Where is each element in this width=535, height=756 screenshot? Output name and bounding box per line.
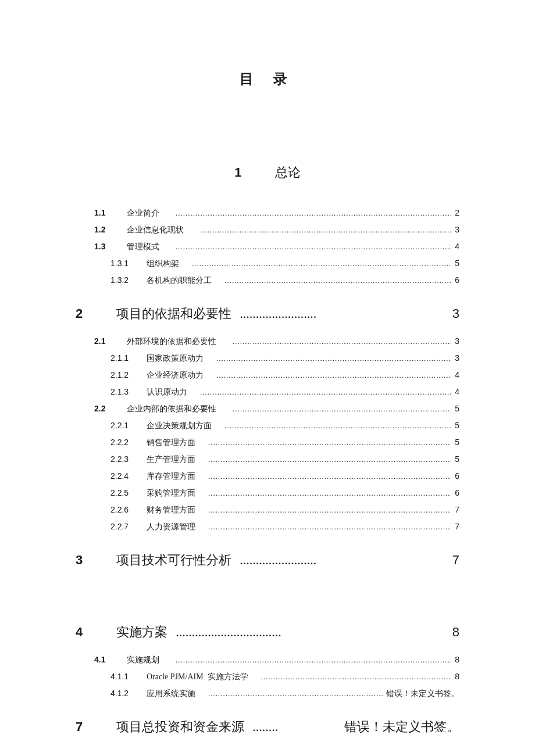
toc-leader: ........................................… bbox=[224, 273, 451, 289]
toc-number: 2.2.3 bbox=[110, 451, 136, 467]
toc-entry: 1.3 管理模式 ...............................… bbox=[76, 238, 459, 255]
section-title: 总论 bbox=[275, 165, 301, 180]
toc-entry: 1.3.2 各机构的职能分工 .........................… bbox=[76, 272, 459, 289]
toc-entry: 1.2 企业信息化现状 ............................… bbox=[76, 221, 459, 238]
page-title: 目 录 bbox=[76, 70, 459, 88]
toc-entry: 4.1.1 Oracle PJM/AIM 实施方法学 .............… bbox=[76, 668, 459, 685]
toc-leader: ........................................… bbox=[216, 350, 451, 367]
document-page: 目 录 1 总论 1.1 企业简介 ......................… bbox=[0, 0, 535, 756]
toc-leader: ........................................… bbox=[176, 205, 451, 221]
toc-page: 4 bbox=[454, 384, 459, 400]
toc-leader: ........................................… bbox=[176, 239, 451, 255]
toc-section-1: 1.1 企业简介 ...............................… bbox=[76, 205, 459, 289]
toc-label: 国家政策原动力 bbox=[147, 350, 204, 367]
toc-label: 库存管理方面 bbox=[147, 468, 195, 485]
toc-number: 2.1.1 bbox=[110, 350, 136, 366]
toc-leader: ........................................… bbox=[176, 652, 451, 668]
toc-label: 企业决策规划方面 bbox=[147, 418, 212, 434]
toc-page: 7 bbox=[454, 518, 459, 535]
toc-page: 4 bbox=[454, 238, 459, 255]
toc-page: 4 bbox=[454, 367, 459, 383]
toc-leader: ........................................… bbox=[208, 519, 451, 535]
toc-section-4: 4.1 实施规划 ...............................… bbox=[76, 651, 459, 702]
toc-number: 2.1.2 bbox=[110, 367, 136, 383]
section-title: 项目总投资和资金来源 bbox=[116, 718, 244, 736]
section-title: 实施方案 bbox=[116, 624, 167, 641]
section-number: 3 bbox=[76, 553, 83, 568]
toc-label: 企业内部的依据和必要性 bbox=[127, 401, 216, 417]
toc-label: 人力资源管理 bbox=[147, 519, 195, 535]
toc-leader: ........................................… bbox=[208, 502, 451, 518]
section-heading: 4 实施方案 .................................… bbox=[76, 624, 459, 641]
toc-entry: 2.2.5 采购管理方面 ...........................… bbox=[76, 485, 459, 501]
toc-label: 外部环境的依据和必要性 bbox=[127, 334, 216, 350]
toc-number: 1.3.2 bbox=[110, 272, 136, 288]
section-dots: ........ bbox=[252, 719, 278, 734]
toc-entry: 4.1 实施规划 ...............................… bbox=[76, 651, 459, 668]
toc-page: 2 bbox=[454, 205, 459, 221]
toc-page: 3 bbox=[454, 333, 459, 349]
section-page: 7 bbox=[452, 553, 459, 568]
toc-page: 8 bbox=[454, 668, 459, 685]
section-dots: ........................ bbox=[240, 306, 316, 321]
toc-leader: ........................................… bbox=[224, 418, 451, 434]
toc-label: 管理模式 bbox=[127, 239, 159, 255]
toc-number: 4.1 bbox=[94, 651, 113, 668]
toc-number: 2.1.3 bbox=[110, 384, 136, 400]
toc-page: 6 bbox=[454, 485, 459, 501]
toc-entry: 2.1 外部环境的依据和必要性 ........................… bbox=[76, 333, 459, 350]
section-heading: 1 总论 bbox=[76, 164, 459, 181]
toc-entry: 4.1.2 应用系统实施 ...........................… bbox=[76, 685, 459, 702]
toc-page: 6 bbox=[454, 468, 459, 484]
toc-number: 1.1 bbox=[94, 205, 113, 221]
toc-page: 5 bbox=[454, 400, 459, 417]
section-dots: ................................. bbox=[176, 625, 281, 640]
toc-page: 5 bbox=[454, 434, 459, 450]
toc-number: 2.2.1 bbox=[110, 417, 136, 433]
toc-label: 企业简介 bbox=[127, 205, 159, 221]
toc-number: 2.2.5 bbox=[110, 485, 136, 501]
toc-page: 5 bbox=[454, 255, 459, 271]
section-title: 项目的依据和必要性 bbox=[116, 305, 231, 323]
toc-number: 2.2.6 bbox=[110, 501, 136, 518]
toc-entry: 2.2.4 库存管理方面 ...........................… bbox=[76, 468, 459, 485]
section-heading: 7 项目总投资和资金来源 ........ 错误！未定义书签。 bbox=[76, 718, 459, 736]
toc-entry: 2.2 企业内部的依据和必要性 ........................… bbox=[76, 400, 459, 417]
section-number: 7 bbox=[76, 719, 83, 734]
toc-number: 2.2.2 bbox=[110, 434, 136, 450]
section-number: 2 bbox=[76, 306, 83, 321]
toc-leader: ........................................… bbox=[192, 256, 451, 272]
toc-number: 4.1.2 bbox=[110, 685, 136, 701]
toc-entry: 2.1.1 国家政策原动力 ..........................… bbox=[76, 350, 459, 367]
toc-page: 6 bbox=[454, 272, 459, 288]
section-page: 8 bbox=[452, 625, 459, 640]
toc-entry: 2.1.2 企业经济原动力 ..........................… bbox=[76, 367, 459, 384]
toc-entry: 2.2.3 生产管理方面 ...........................… bbox=[76, 451, 459, 468]
toc-number: 1.3.1 bbox=[110, 255, 136, 271]
toc-label: 各机构的职能分工 bbox=[147, 273, 212, 289]
toc-number: 2.2.7 bbox=[110, 518, 136, 535]
toc-entry: 2.2.7 人力资源管理 ...........................… bbox=[76, 518, 459, 535]
toc-entry: 2.2.6 财务管理方面 ...........................… bbox=[76, 501, 459, 518]
toc-page: 8 bbox=[454, 651, 459, 668]
section-page-error: 错误！未定义书签。 bbox=[344, 718, 459, 736]
section-title: 项目技术可行性分析 bbox=[116, 551, 231, 569]
toc-leader: ........................................… bbox=[200, 384, 451, 400]
toc-page: 3 bbox=[454, 221, 459, 238]
toc-label: 认识原动力 bbox=[147, 384, 187, 400]
section-dots: ........................ bbox=[240, 553, 316, 568]
toc-number: 2.2 bbox=[94, 400, 113, 417]
toc-entry: 2.2.2 销售管理方面 ...........................… bbox=[76, 434, 459, 451]
section-number: 4 bbox=[76, 625, 83, 640]
toc-page: 5 bbox=[454, 451, 459, 467]
toc-label: 组织构架 bbox=[147, 256, 179, 272]
toc-number: 4.1.1 bbox=[110, 668, 136, 685]
toc-label: 采购管理方面 bbox=[147, 485, 195, 501]
toc-leader: ........................................… bbox=[208, 452, 451, 468]
toc-label: 企业经济原动力 bbox=[147, 367, 204, 384]
section-heading: 3 项目技术可行性分析 ........................ 7 bbox=[76, 551, 459, 569]
toc-leader: ........................................… bbox=[208, 468, 451, 485]
section-number: 1 bbox=[234, 165, 241, 180]
section-page: 3 bbox=[452, 306, 459, 321]
toc-leader: ........................................… bbox=[208, 435, 451, 451]
